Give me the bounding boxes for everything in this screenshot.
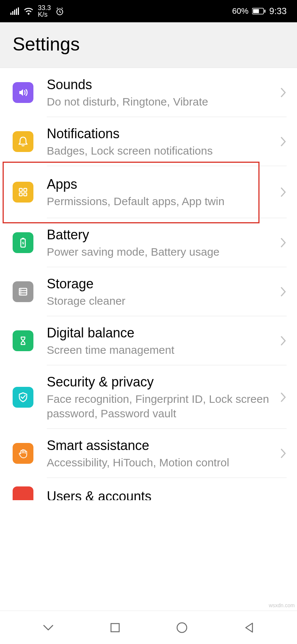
battery-percent: 60%	[232, 6, 248, 16]
svg-rect-11	[24, 188, 27, 191]
svg-point-20	[20, 291, 22, 292]
navigation-bar	[0, 611, 297, 644]
settings-list: Sounds Do not disturb, Ringtone, Vibrate…	[0, 68, 297, 500]
item-text: Users & accounts	[47, 488, 281, 501]
battery-icon	[252, 8, 265, 14]
svg-rect-13	[24, 193, 27, 196]
chevron-right-icon	[280, 187, 287, 198]
item-text: Apps Permissions, Default apps, App twin	[47, 176, 274, 208]
nav-keyboard-dismiss[interactable]	[33, 617, 63, 639]
storage-icon	[13, 281, 33, 302]
item-text: Smart assistance Accessibility, HiTouch,…	[47, 437, 274, 470]
item-text: Battery Power saving mode, Battery usage	[47, 226, 274, 259]
item-subtitle: Face recognition, Fingerprint ID, Lock s…	[47, 392, 274, 421]
status-right: 60% 9:33	[232, 6, 287, 16]
item-text: Storage Storage cleaner	[47, 275, 274, 308]
item-subtitle: Power saving mode, Battery usage	[47, 245, 274, 259]
nav-home-button[interactable]	[167, 617, 197, 639]
chevron-right-icon	[280, 87, 287, 98]
settings-item-users-accounts[interactable]: Users & accounts	[0, 478, 297, 500]
settings-item-smart-assistance[interactable]: Smart assistance Accessibility, HiTouch,…	[0, 429, 297, 478]
item-subtitle: Storage cleaner	[47, 294, 274, 308]
chevron-right-icon	[280, 286, 287, 297]
settings-item-notifications[interactable]: Notifications Badges, Lock screen notifi…	[0, 117, 297, 166]
svg-point-23	[177, 623, 187, 632]
svg-rect-10	[19, 188, 22, 191]
network-speed: 33.3K/s	[38, 4, 51, 18]
time: 9:33	[269, 6, 287, 16]
item-title: Notifications	[47, 125, 274, 142]
item-title: Smart assistance	[47, 437, 274, 454]
item-title: Digital balance	[47, 324, 274, 341]
settings-item-battery[interactable]: Battery Power saving mode, Battery usage	[0, 218, 297, 267]
svg-rect-8	[253, 9, 259, 13]
chevron-right-icon	[280, 392, 287, 403]
settings-item-storage[interactable]: Storage Storage cleaner	[0, 267, 297, 316]
users-icon	[13, 486, 33, 500]
item-text: Security & privacy Face recognition, Fin…	[47, 373, 274, 421]
alarm-icon	[55, 7, 64, 16]
item-text: Notifications Badges, Lock screen notifi…	[47, 125, 274, 158]
wifi-icon	[24, 7, 33, 15]
status-bar: 33.3K/s 60% 9:33	[0, 0, 297, 22]
svg-rect-3	[16, 9, 17, 15]
item-text: Sounds Do not disturb, Ringtone, Vibrate	[47, 76, 274, 109]
chevron-right-icon	[280, 136, 287, 147]
svg-point-5	[28, 13, 30, 15]
svg-rect-22	[111, 624, 119, 632]
item-subtitle: Screen time management	[47, 343, 274, 357]
svg-rect-4	[18, 7, 19, 15]
shield-icon	[13, 387, 33, 408]
battery-icon	[13, 232, 33, 253]
page-title: Settings	[13, 33, 284, 55]
signal-icon	[10, 7, 19, 15]
grid-icon	[13, 182, 33, 203]
item-subtitle: Accessibility, HiTouch, Motion control	[47, 455, 274, 470]
hand-icon	[13, 443, 33, 464]
nav-back-button[interactable]	[234, 617, 264, 639]
svg-point-21	[20, 294, 22, 295]
svg-rect-9	[264, 10, 265, 13]
settings-item-sounds[interactable]: Sounds Do not disturb, Ringtone, Vibrate	[0, 68, 297, 117]
header: Settings	[0, 22, 297, 68]
svg-rect-1	[12, 11, 13, 15]
item-subtitle: Do not disturb, Ringtone, Vibrate	[47, 94, 274, 109]
watermark: wsxdn.com	[269, 602, 295, 608]
svg-rect-15	[22, 238, 24, 239]
item-title: Apps	[47, 176, 274, 192]
svg-rect-2	[14, 10, 15, 15]
nav-recents-button[interactable]	[100, 617, 130, 639]
item-title: Storage	[47, 275, 274, 292]
item-subtitle: Permissions, Default apps, App twin	[47, 194, 274, 208]
bell-icon	[13, 131, 33, 152]
item-text: Digital balance Screen time management	[47, 324, 274, 357]
chevron-right-icon	[280, 237, 287, 248]
item-title: Security & privacy	[47, 373, 274, 390]
item-title: Sounds	[47, 76, 274, 93]
item-title: Battery	[47, 226, 274, 243]
status-left: 33.3K/s	[10, 4, 64, 18]
item-title: Users & accounts	[47, 488, 281, 501]
chevron-right-icon	[280, 335, 287, 346]
item-subtitle: Badges, Lock screen notifications	[47, 143, 274, 158]
settings-item-digital-balance[interactable]: Digital balance Screen time management	[0, 316, 297, 365]
svg-rect-12	[19, 193, 22, 196]
settings-item-apps[interactable]: Apps Permissions, Default apps, App twin	[0, 166, 297, 218]
settings-item-security[interactable]: Security & privacy Face recognition, Fin…	[0, 365, 297, 429]
svg-rect-0	[10, 13, 12, 15]
svg-point-19	[20, 289, 22, 290]
hourglass-icon	[13, 330, 33, 351]
speaker-icon	[13, 82, 33, 103]
chevron-right-icon	[280, 448, 287, 459]
